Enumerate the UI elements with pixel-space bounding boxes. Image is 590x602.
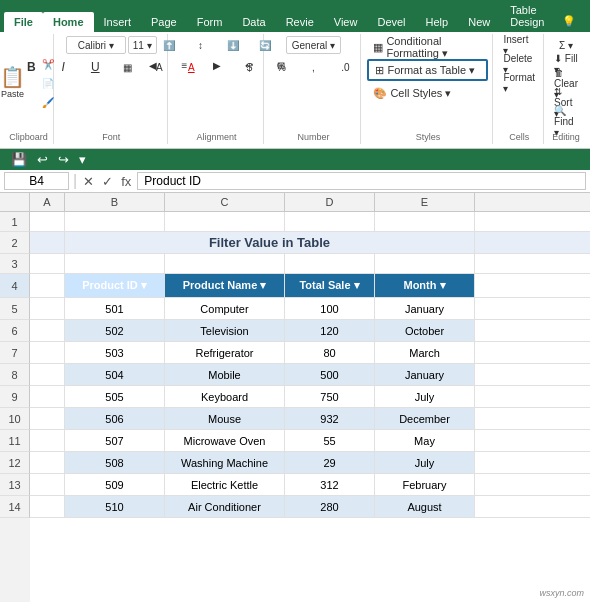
- row-header-3[interactable]: 3: [0, 254, 30, 274]
- cell-d11[interactable]: 55: [285, 430, 375, 451]
- cell-styles-button[interactable]: 🎨 Cell Styles ▾: [367, 82, 488, 104]
- cell-b4[interactable]: Product ID ▾: [65, 274, 165, 297]
- row-header-12[interactable]: 12: [0, 452, 30, 474]
- cell-d12[interactable]: 29: [285, 452, 375, 473]
- cell-c8[interactable]: Mobile: [165, 364, 285, 385]
- row-header-8[interactable]: 8: [0, 364, 30, 386]
- row-header-9[interactable]: 9: [0, 386, 30, 408]
- cell-d8[interactable]: 500: [285, 364, 375, 385]
- cell-d7[interactable]: 80: [285, 342, 375, 363]
- tab-new[interactable]: New: [458, 12, 500, 32]
- cell-c10[interactable]: Mouse: [165, 408, 285, 429]
- tab-data[interactable]: Data: [232, 12, 275, 32]
- cell-d13[interactable]: 312: [285, 474, 375, 495]
- cell-c7[interactable]: Refrigerator: [165, 342, 285, 363]
- row-header-2[interactable]: 2: [0, 232, 30, 254]
- cell-a5[interactable]: [30, 298, 65, 319]
- cell-b10[interactable]: 506: [65, 408, 165, 429]
- cell-e4[interactable]: Month ▾: [375, 274, 475, 297]
- col-header-d[interactable]: D: [285, 193, 375, 211]
- row-header-13[interactable]: 13: [0, 474, 30, 496]
- cell-c11[interactable]: Microwave Oven: [165, 430, 285, 451]
- cell-a10[interactable]: [30, 408, 65, 429]
- cell-c1[interactable]: [165, 212, 285, 231]
- cell-e14[interactable]: August: [375, 496, 475, 517]
- delete-cells-button[interactable]: Delete ▾: [499, 55, 539, 73]
- cell-a11[interactable]: [30, 430, 65, 451]
- cell-a7[interactable]: [30, 342, 65, 363]
- number-format-selector[interactable]: General ▾: [286, 36, 341, 54]
- confirm-formula-button[interactable]: ✓: [100, 174, 115, 189]
- tell-me-icon[interactable]: 💡: [554, 11, 584, 32]
- cell-a9[interactable]: [30, 386, 65, 407]
- tell-me-input[interactable]: Tell me: [584, 0, 590, 32]
- format-as-table-button[interactable]: ⊞ Format as Table ▾: [367, 59, 488, 81]
- cell-a4[interactable]: [30, 274, 65, 297]
- cell-e12[interactable]: July: [375, 452, 475, 473]
- cell-c4[interactable]: Product Name ▾: [165, 274, 285, 297]
- cell-e3[interactable]: [375, 254, 475, 273]
- cell-e6[interactable]: October: [375, 320, 475, 341]
- cell-a1[interactable]: [30, 212, 65, 231]
- cell-b3[interactable]: [65, 254, 165, 273]
- col-header-c[interactable]: C: [165, 193, 285, 211]
- cell-d3[interactable]: [285, 254, 375, 273]
- cell-c6[interactable]: Television: [165, 320, 285, 341]
- row-header-10[interactable]: 10: [0, 408, 30, 430]
- tab-help[interactable]: Help: [416, 12, 459, 32]
- bold-button[interactable]: B: [16, 58, 46, 76]
- row-header-7[interactable]: 7: [0, 342, 30, 364]
- format-cells-button[interactable]: Format ▾: [499, 74, 539, 92]
- tab-home[interactable]: Home: [43, 12, 94, 32]
- cell-c3[interactable]: [165, 254, 285, 273]
- cell-d6[interactable]: 120: [285, 320, 375, 341]
- row-header-1[interactable]: 1: [0, 212, 30, 232]
- currency-button[interactable]: $: [234, 58, 264, 76]
- cell-d14[interactable]: 280: [285, 496, 375, 517]
- cell-b6[interactable]: 502: [65, 320, 165, 341]
- cell-b11[interactable]: 507: [65, 430, 165, 451]
- col-header-e[interactable]: E: [375, 193, 475, 211]
- align-right-button[interactable]: ▶: [202, 56, 232, 74]
- row-header-11[interactable]: 11: [0, 430, 30, 452]
- align-top-button[interactable]: ⬆️: [154, 36, 184, 54]
- col-header-a[interactable]: A: [30, 193, 65, 211]
- cell-b5[interactable]: 501: [65, 298, 165, 319]
- cell-c5[interactable]: Computer: [165, 298, 285, 319]
- row-header-6[interactable]: 6: [0, 320, 30, 342]
- cell-c13[interactable]: Electric Kettle: [165, 474, 285, 495]
- cell-e5[interactable]: January: [375, 298, 475, 319]
- cell-c14[interactable]: Air Conditioner: [165, 496, 285, 517]
- cell-b1[interactable]: [65, 212, 165, 231]
- cell-d1[interactable]: [285, 212, 375, 231]
- tab-developer[interactable]: Devel: [367, 12, 415, 32]
- cell-d10[interactable]: 932: [285, 408, 375, 429]
- cell-e11[interactable]: May: [375, 430, 475, 451]
- cell-e7[interactable]: March: [375, 342, 475, 363]
- cell-a8[interactable]: [30, 364, 65, 385]
- italic-button[interactable]: I: [48, 58, 78, 76]
- cell-a12[interactable]: [30, 452, 65, 473]
- name-box[interactable]: [4, 172, 69, 190]
- redo-button[interactable]: ↪: [55, 151, 72, 168]
- cell-e8[interactable]: January: [375, 364, 475, 385]
- comma-button[interactable]: ,: [298, 58, 328, 76]
- align-left-button[interactable]: ◀: [138, 56, 168, 74]
- cell-a6[interactable]: [30, 320, 65, 341]
- cell-e10[interactable]: December: [375, 408, 475, 429]
- cell-d5[interactable]: 100: [285, 298, 375, 319]
- cell-d9[interactable]: 750: [285, 386, 375, 407]
- title-cell[interactable]: Filter Value in Table: [65, 232, 475, 253]
- tab-view[interactable]: View: [324, 12, 368, 32]
- cell-b13[interactable]: 509: [65, 474, 165, 495]
- percent-button[interactable]: %: [266, 58, 296, 76]
- cell-b8[interactable]: 504: [65, 364, 165, 385]
- formula-input[interactable]: [137, 172, 586, 190]
- qa-expand-button[interactable]: ▾: [76, 151, 89, 168]
- tab-file[interactable]: File: [4, 12, 43, 32]
- tab-table-design[interactable]: Table Design: [500, 0, 554, 32]
- col-header-b[interactable]: B: [65, 193, 165, 211]
- undo-button[interactable]: ↩: [34, 151, 51, 168]
- cell-c9[interactable]: Keyboard: [165, 386, 285, 407]
- underline-button[interactable]: U: [80, 58, 110, 76]
